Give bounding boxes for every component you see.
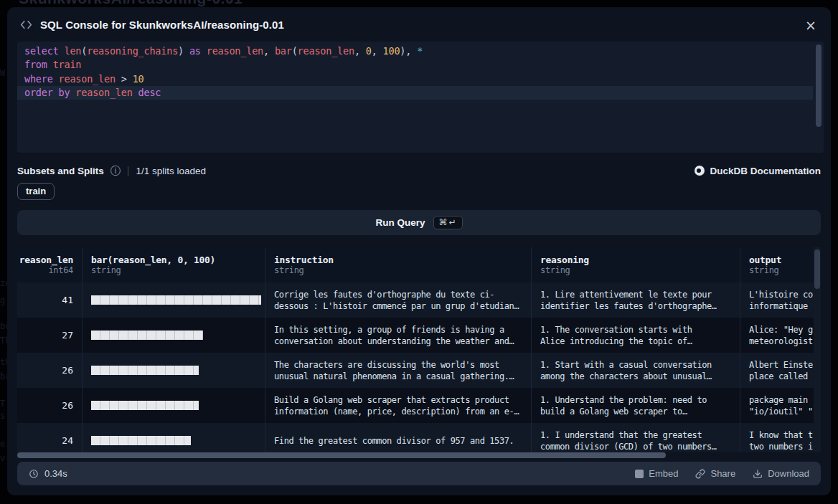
sql-token: 10 xyxy=(133,73,144,85)
column-header-instruction: instructionstring xyxy=(265,247,532,282)
sql-token: as xyxy=(189,45,207,57)
subsets-splits-title: Subsets and Splits xyxy=(17,166,104,176)
close-icon[interactable]: × xyxy=(802,16,819,34)
cell-instruction-text: The characters are discussing the world'… xyxy=(274,359,522,382)
cell-instruction-text: Build a Golang web scraper that extracts… xyxy=(274,394,522,417)
vertical-scrollbar-thumb[interactable] xyxy=(814,249,820,289)
split-chips: train xyxy=(17,183,55,200)
clock-icon xyxy=(29,469,39,479)
sql-token: 100 xyxy=(383,45,400,57)
bar-visualization xyxy=(91,436,191,445)
cell-reason-len: 41 xyxy=(17,282,83,318)
cell-reasoning: 1. The conversation starts with Alice in… xyxy=(532,318,740,353)
cell-reasoning: 1. Start with a casual conversation amon… xyxy=(532,353,740,388)
reason-len-value: 26 xyxy=(62,400,73,411)
sql-token: ( xyxy=(292,45,298,57)
column-type: string xyxy=(91,265,256,275)
sql-token: ), xyxy=(400,45,417,57)
column-header-reason_len: reason_lenint64 xyxy=(17,247,83,282)
table-vertical-scrollbar[interactable] xyxy=(814,247,821,452)
bar-visualization xyxy=(91,295,261,305)
sql-code-line-active: order by reason_len desc xyxy=(17,86,813,100)
sql-token: select xyxy=(24,45,65,57)
link-icon xyxy=(695,469,705,479)
sql-code-line: select len(reasoning_chains) as reason_l… xyxy=(17,44,824,58)
column-name: instruction xyxy=(274,255,522,265)
sql-token: , xyxy=(372,45,383,57)
code-chevrons-icon xyxy=(20,19,32,30)
cell-output: Alice: "Hey g meteorologist xyxy=(740,318,821,353)
bar-visualization xyxy=(91,366,199,375)
sql-token: bar xyxy=(275,45,292,57)
background-fragment: e xyxy=(0,439,5,449)
cell-bar xyxy=(83,353,265,388)
modal-title: SQL Console for SkunkworksAI/reasoning-0… xyxy=(40,19,284,31)
cell-reasoning-text: 1. I understand that the greatest common… xyxy=(540,429,731,452)
duckdb-logo-icon xyxy=(695,166,705,176)
download-button[interactable]: Download xyxy=(753,468,809,479)
subsets-meta-row: Subsets and Splits ⓘ | 1/1 splits loaded… xyxy=(17,163,821,179)
cell-instruction: The characters are discussing the world'… xyxy=(265,353,532,388)
run-query-button[interactable]: Run Query ⌘↵ xyxy=(17,210,821,235)
meta-separator: | xyxy=(127,165,130,176)
cell-instruction: In this setting, a group of friends is h… xyxy=(265,318,532,353)
cell-reasoning-text: 1. The conversation starts with Alice in… xyxy=(540,324,731,347)
cell-output-text: I know that t two numbers i xyxy=(749,429,812,452)
background-fragment: s xyxy=(0,411,5,421)
column-name: reasoning xyxy=(540,255,731,265)
results-table: reason_lenint64bar(reason_len, 0, 100)st… xyxy=(17,247,821,458)
cell-bar xyxy=(83,282,265,318)
reason-len-value: 27 xyxy=(62,330,73,341)
cell-instruction-text: Find the greatest common divisor of 957 … xyxy=(274,435,522,447)
sql-token: train xyxy=(53,59,82,70)
sql-token: , xyxy=(354,45,366,57)
cell-output: I know that t two numbers i xyxy=(740,423,821,452)
sql-token: desc xyxy=(138,87,161,98)
background-fragment: g xyxy=(0,295,5,305)
cell-bar xyxy=(83,388,265,423)
cell-output-text: L'histoire co informatique xyxy=(749,289,812,312)
sql-console-modal: SQL Console for SkunkworksAI/reasoning-0… xyxy=(7,7,831,495)
run-query-label: Run Query xyxy=(375,217,425,228)
split-chip-train[interactable]: train xyxy=(17,183,55,200)
cell-reasoning: 1. Lire attentivement le texte pour iden… xyxy=(532,282,740,318)
cell-instruction: Build a Golang web scraper that extracts… xyxy=(265,388,532,423)
cell-reason-len: 26 xyxy=(17,353,83,388)
cell-reasoning-text: 1. Lire attentivement le texte pour iden… xyxy=(540,289,731,312)
cell-instruction: Find the greatest common divisor of 957 … xyxy=(265,423,532,452)
column-type: int64 xyxy=(48,265,73,275)
sql-token: order by xyxy=(24,87,75,98)
info-icon[interactable]: ⓘ xyxy=(110,166,121,176)
background-fragment: T xyxy=(0,399,5,409)
cell-reasoning-text: 1. Start with a casual conversation amon… xyxy=(540,359,731,382)
bar-visualization xyxy=(91,401,199,410)
cell-bar xyxy=(83,318,265,353)
table-row: 27In this setting, a group of friends is… xyxy=(17,318,821,353)
horizontal-scrollbar-thumb[interactable] xyxy=(17,452,666,458)
cell-reason-len: 24 xyxy=(17,423,83,452)
table-row: 41Corrige les fautes d'orthographe du te… xyxy=(17,282,821,318)
sql-token: where xyxy=(24,73,59,85)
background-fragment: v xyxy=(0,453,5,463)
sql-query-editor[interactable]: select len(reasoning_chains) as reason_l… xyxy=(17,42,824,153)
duckdb-documentation-link[interactable]: DuckDB Documentation xyxy=(695,166,821,176)
download-icon xyxy=(753,469,763,479)
download-label: Download xyxy=(768,468,809,479)
bar-visualization xyxy=(91,331,203,340)
editor-vertical-scrollbar[interactable] xyxy=(816,44,821,127)
table-row: 26Build a Golang web scraper that extrac… xyxy=(17,388,821,423)
share-button[interactable]: Share xyxy=(695,468,735,479)
cell-reasoning: 1. I understand that the greatest common… xyxy=(532,423,740,452)
cell-output-text: package main "io/ioutil" " xyxy=(749,394,812,417)
cell-output: L'histoire co informatique xyxy=(740,282,821,318)
embed-button[interactable]: Embed xyxy=(635,468,678,479)
column-name: reason_len xyxy=(19,255,73,265)
sql-token: 0 xyxy=(366,45,372,57)
reason-len-value: 41 xyxy=(62,295,73,305)
column-name: bar(reason_len, 0, 100) xyxy=(91,255,256,265)
sql-token: reason_len xyxy=(298,45,354,57)
sql-token: from xyxy=(24,59,53,70)
table-horizontal-scrollbar[interactable] xyxy=(17,452,821,458)
reason-len-value: 24 xyxy=(62,435,73,446)
column-header-output: outputstring xyxy=(740,247,821,282)
